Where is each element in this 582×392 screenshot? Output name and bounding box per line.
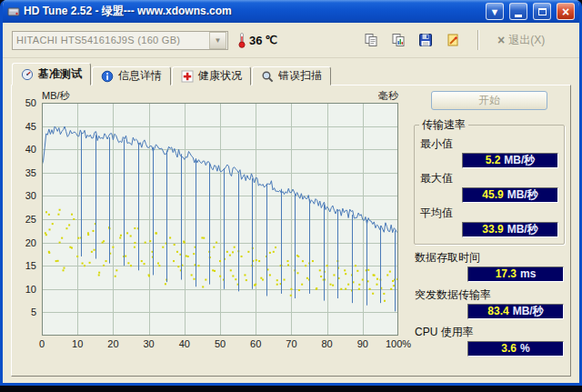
chevron-down-icon[interactable]: ▼ [209, 32, 226, 49]
toolbar-separator [477, 30, 479, 50]
value-min: 5.2 MB/秒 [462, 153, 558, 168]
benchmark-page: MB/秒 毫秒 5101520253035404550 010203040506… [11, 85, 571, 377]
value-avg: 33.9 MB/秒 [462, 222, 558, 237]
hd-tune-window: HD Tune 2.52 - 绿盟--- www.xdowns.com ▼ × … [0, 0, 582, 386]
x-axis-tick-label: 50 [215, 338, 226, 349]
app-icon [7, 5, 20, 18]
exit-icon: × [497, 34, 505, 46]
x-axis-tick-label: 10 [72, 338, 83, 349]
max-unit: MB/秒 [507, 188, 538, 202]
tab-info[interactable]: 信息详情 [92, 66, 171, 85]
tab-health-label: 健康状况 [198, 68, 242, 84]
tab-health[interactable]: 健康状况 [172, 66, 251, 85]
burst-rate-value: 83.4 [487, 305, 508, 318]
exit-label: 退出(X) [508, 33, 545, 48]
start-button[interactable]: 开始 [431, 91, 547, 110]
copy-image-icon [391, 33, 406, 47]
copy-image-button[interactable] [386, 28, 410, 52]
scan-icon [261, 70, 274, 83]
tab-info-label: 信息详情 [118, 68, 162, 84]
tab-error-scan-label: 错误扫描 [278, 68, 322, 84]
save-button[interactable] [414, 28, 437, 52]
access-time-label: 数据存取时间 [415, 250, 565, 266]
min-unit: MB/秒 [504, 154, 535, 167]
y-axis-tick-label: 45 [25, 121, 36, 132]
min-value: 5.2 [486, 154, 501, 167]
info-icon [101, 70, 114, 83]
tab-benchmark[interactable]: 基准测试 [12, 63, 91, 85]
transfer-rate-group-label: 传输速率 [419, 117, 468, 133]
temperature-indicator: 36 ℃ [237, 32, 277, 48]
titlebar: HD Tune 2.52 - 绿盟--- www.xdowns.com ▼ × [3, 0, 579, 23]
temperature-value: 36 [249, 34, 262, 47]
y-axis-tick-label: 15 [25, 260, 36, 271]
x-axis-tick-label: 20 [107, 338, 118, 349]
exit-button[interactable]: × 退出(X) [492, 31, 550, 50]
y-axis-tick-label: 35 [25, 167, 36, 178]
y-left-axis-label: MB/秒 [42, 89, 70, 102]
export-image-icon [446, 33, 460, 47]
x-axis-tick-label: 40 [179, 338, 190, 349]
desktop-strip [0, 386, 582, 392]
minimize-button[interactable] [509, 3, 527, 20]
x-axis-tick-label: 100% [386, 338, 411, 349]
burst-rate-unit: MB/秒 [513, 305, 544, 318]
x-axis-tick-label: 0 [39, 338, 45, 349]
y-axis-tick-label: 30 [25, 190, 36, 201]
drive-select-value: HITACHI HTS541616J9S (160 GB) [13, 35, 208, 45]
benchmark-icon [21, 68, 34, 81]
download-arrow-button[interactable]: ▼ [486, 3, 504, 20]
x-axis-tick-label: 80 [321, 338, 332, 349]
access-time-unit: ms [520, 267, 536, 281]
x-axis-tick-label: 70 [286, 338, 296, 349]
y-axis-tick-label: 40 [25, 144, 36, 155]
health-icon [181, 70, 194, 83]
x-axis-ticks: 0102030405060708090100% [42, 338, 398, 351]
benchmark-plot-canvas [42, 103, 398, 336]
y-axis-ticks: 5101520253035404550 [17, 103, 39, 336]
tab-benchmark-label: 基准测试 [38, 66, 82, 82]
access-time-section: 数据存取时间 17.3 ms [414, 250, 565, 282]
close-button[interactable]: × [557, 3, 575, 20]
avg-value: 33.9 [482, 223, 503, 236]
value-max: 45.9 MB/秒 [462, 187, 558, 203]
results-panel: 开始 传输速率 最小值 5.2 MB/秒 最大值 45.9 MB/秒 平均值 3… [414, 89, 565, 372]
maximize-icon [538, 8, 547, 15]
toolbar-buttons [359, 28, 465, 52]
access-time-value: 17.3 [496, 267, 517, 281]
min-label: 最小值 [420, 136, 559, 152]
thermometer-icon [237, 32, 246, 48]
drive-select[interactable]: HITACHI HTS541616J9S (160 GB) ▼ [12, 31, 228, 50]
y-axis-tick-label: 10 [25, 284, 36, 295]
avg-label: 平均值 [420, 206, 559, 221]
maximize-button[interactable] [533, 3, 551, 20]
tab-error-scan[interactable]: 错误扫描 [252, 66, 331, 85]
minimize-icon [515, 15, 522, 17]
value-cpu-usage: 3.6 % [467, 341, 564, 357]
y-axis-tick-label: 50 [25, 97, 36, 108]
cpu-usage-unit: % [520, 342, 530, 356]
max-label: 最大值 [420, 171, 559, 186]
cpu-usage-section: CPU 使用率 3.6 % [414, 325, 565, 357]
window-title: HD Tune 2.52 - 绿盟--- www.xdowns.com [24, 4, 480, 19]
save-icon [418, 33, 433, 47]
temperature-unit: ℃ [265, 34, 276, 46]
avg-unit: MB/秒 [507, 223, 538, 236]
toolbar: HITACHI HTS541616J9S (160 GB) ▼ 36 ℃ [3, 23, 579, 58]
export-image-button[interactable] [441, 28, 465, 52]
x-axis-tick-label: 30 [143, 338, 154, 349]
y-axis-tick-label: 5 [31, 307, 36, 317]
copy-text-button[interactable] [359, 28, 383, 52]
transfer-rate-group: 传输速率 最小值 5.2 MB/秒 最大值 45.9 MB/秒 平均值 33.9… [414, 117, 565, 245]
x-axis-tick-label: 90 [357, 338, 368, 349]
tab-bar: 基准测试 信息详情 健康状况 错误扫描 [3, 58, 579, 85]
copy-text-icon [364, 33, 378, 47]
burst-rate-label: 突发数据传输率 [415, 287, 565, 303]
cpu-usage-label: CPU 使用率 [415, 325, 565, 340]
x-axis-tick-label: 60 [250, 338, 261, 349]
burst-rate-section: 突发数据传输率 83.4 MB/秒 [414, 287, 565, 319]
value-access-time: 17.3 ms [467, 266, 564, 282]
y-right-axis-label: 毫秒 [378, 89, 398, 102]
max-value: 45.9 [482, 188, 503, 202]
benchmark-chart: MB/秒 毫秒 5101520253035404550 010203040506… [17, 89, 410, 364]
